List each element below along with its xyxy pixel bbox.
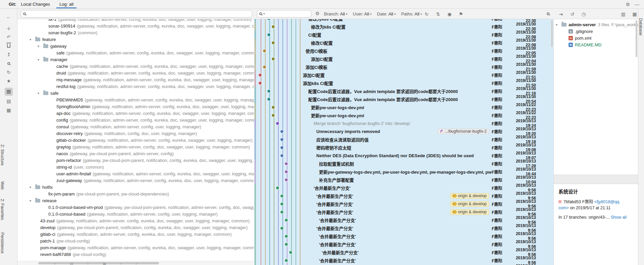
branch-group-row[interactable]: ▾hotfix (17, 184, 254, 190)
commit-row[interactable]: Neither DES (Data Encryption Standard) n… (255, 151, 553, 160)
filter-user[interactable]: User:All▾ (353, 11, 372, 16)
tool-button-persistence[interactable]: Persistence (0, 232, 17, 254)
chevron-down-icon[interactable]: ▾ (30, 185, 34, 189)
commit-row[interactable]: CI配置F惠阳2019/11/30 22:08 (255, 31, 553, 39)
commit-row[interactable]: '合并最新生产分支'origin & developF惠阳2019/10/13 … (255, 208, 553, 216)
details-splitter[interactable] (554, 175, 638, 184)
commit-up-icon[interactable]: ↥ (5, 50, 13, 58)
chevron-down-icon[interactable]: ▾ (30, 38, 34, 41)
find-commit-icon[interactable] (547, 12, 549, 15)
commit-row[interactable]: 添加CI配置F惠阳2019/11/30 21:51 (255, 71, 553, 79)
tool-button-database[interactable]: Database (638, 18, 644, 35)
branch-row[interactable]: 0.1.0-consul-based(gateway, notification… (17, 211, 254, 217)
commit-row[interactable]: 更新pw-gateway-logs-dev.yml, pw-user-logs-… (255, 168, 553, 176)
commit-row[interactable]: '合并最新生产分支'origin & developF惠阳2019/10/13 … (255, 200, 553, 208)
rollback-icon[interactable]: ↶ (5, 33, 13, 41)
branch-ref-label[interactable]: ↱.../bugfix/sonar-bugfix-2 (438, 129, 489, 134)
commit-email-link-2[interactable]: com> (558, 206, 569, 210)
branch-row[interactable]: string-id(user, common) (17, 164, 254, 170)
commit-row[interactable]: 配置Code后置过滤器，Vue admin template 要求返回的code… (255, 87, 553, 95)
commit-row[interactable]: '合并最新生产分支'F惠阳2019/10/13 9:56 (255, 240, 553, 248)
branches-search-input[interactable] (27, 11, 250, 17)
settings-gear-icon[interactable]: ⚙ (626, 2, 630, 7)
branch-row[interactable]: patch-1(pw-cloud-config) (17, 237, 254, 244)
changed-file-row[interactable]: mpom.xml (554, 35, 638, 41)
shelf-grid-icon[interactable]: ▦ (5, 106, 13, 114)
commit-row[interactable]: 添加CI模板F惠阳2019/11/30 21:59 (255, 63, 553, 71)
chevron-down-icon[interactable]: ▾ (38, 58, 42, 61)
intellisort-icon[interactable]: ⇅ (435, 11, 441, 17)
branch-row[interactable]: nacos(gateway, pw-cloud-pom-parent, admi… (17, 150, 254, 157)
tool-button--favorites[interactable]: 2: Favorites (0, 199, 17, 220)
branch-row[interactable]: druid(gateway, notification, admin-serve… (17, 70, 254, 76)
layout-grid-icon[interactable]: ▦ (631, 11, 638, 17)
commit-row[interactable]: 修改为k8s CI配置F惠阳2019/11/30 22:30 (255, 23, 553, 31)
back-icon[interactable]: ← (5, 13, 13, 21)
commit-row[interactable]: 使用CI模板F惠阳2019/11/30 22:05 (255, 47, 553, 55)
log-settings-gear-icon[interactable]: ⚙ (315, 11, 320, 16)
branch-row[interactable]: pom-refactor(gateway, pw-cloud-pom-paren… (17, 157, 254, 164)
branch-row[interactable]: revert-baf67d88(pw-cloud-config) (17, 251, 254, 258)
commit-row[interactable]: Unnecessary imports removed↱.../bugfix/s… (255, 127, 553, 135)
branch-row[interactable]: mq-message(gateway, notification, admin-… (17, 76, 254, 83)
show-details-eye-icon[interactable]: ◉ (446, 11, 453, 17)
commit-row[interactable]: 更新pw-user-logs-dev.ymlF惠阳2019/11/22 22:2… (255, 111, 553, 119)
find-icon[interactable] (5, 59, 13, 68)
log-search-field[interactable]: ▾ (257, 10, 311, 17)
commit-row[interactable]: '合并最新生产分支'F惠阳2019/10/13 9:56 (255, 216, 553, 224)
branch-row[interactable]: consul(gateway, notification, admin-serv… (17, 123, 254, 130)
hide-window-icon[interactable]: — (635, 2, 639, 7)
details-list-icon[interactable]: ▤ (5, 97, 13, 105)
layout-rows-icon[interactable]: ▥ (620, 11, 627, 17)
branch-row[interactable]: 0.1.0-consol-based-vm-prod(gateway, pw-c… (17, 204, 254, 211)
branches-search-field[interactable] (21, 10, 252, 17)
branch-row[interactable]: user-admin-findall(gateway, notification… (17, 170, 254, 177)
commit-row[interactable]: '合并最新生产分支'F惠阳2019/10/13 9:56 (255, 232, 553, 240)
branch-group-row[interactable]: ▾feature (17, 36, 254, 43)
changed-file-row[interactable]: MREADME.MD (554, 41, 638, 48)
branch-row[interactable]: gitlab-ci(gateway, notification, admin-s… (17, 231, 254, 237)
log-scrollbar-thumb[interactable] (551, 20, 553, 47)
branch-row[interactable]: sonar-190914(gateway, notification, admi… (17, 23, 254, 29)
commit-row[interactable]: '合并最新生产分支'origin & developF惠阳2019/10/13 … (255, 192, 553, 200)
delete-icon[interactable] (5, 42, 13, 50)
commit-row[interactable]: '合并最新生产分支'F惠阳2019/10/13 9:56 (255, 256, 553, 264)
chevron-down-icon[interactable]: ▾ (556, 23, 560, 27)
branch-row[interactable]: cache(gateway, notification, admin-serve… (17, 63, 254, 70)
branch-ref-label[interactable]: origin & develop (450, 209, 489, 215)
branch-row[interactable]: pom-manage(gateway, notification, admin-… (17, 244, 254, 251)
branch-ref-label[interactable]: origin & develop (450, 193, 489, 199)
refresh-icon[interactable]: ↻ (423, 11, 430, 17)
branch-row[interactable]: 43-zuul(gateway, notification, admin-ser… (17, 217, 254, 224)
tab-local-changes[interactable]: Local Changes (16, 0, 55, 8)
filter-date[interactable]: Date:All▾ (377, 11, 396, 16)
refresh-icon[interactable]: ↻ (5, 68, 13, 76)
commit-row[interactable]: '合并最新生产分支'F惠阳2019/10/13 9:56 (255, 184, 553, 192)
commit-row[interactable]: 密码密钥不应太短F惠阳2019/10/13 19:08 (255, 143, 553, 151)
branch-row[interactable]: safe(gateway, notification, admin-server… (17, 49, 254, 56)
log-search-input[interactable] (266, 11, 309, 17)
commit-row[interactable]: 应该检查从流读取返回的值F惠阳2019/10/13 19:18 (255, 135, 553, 143)
chevron-down-icon[interactable]: ▾ (38, 44, 42, 48)
commit-hash[interactable]: 7bfabd53 (564, 200, 581, 204)
star-icon[interactable]: ★ (5, 77, 13, 85)
branch-row[interactable]: PBEWithMD5(gateway, notification, admin-… (17, 96, 254, 103)
branch-row[interactable]: gitlab-ci-docker(gateway, notification, … (17, 137, 254, 143)
branch-group-row[interactable]: ▾manager (17, 56, 254, 63)
changed-file-row[interactable]: g.gitignore (554, 28, 638, 35)
repo-root-row[interactable]: ▾ admin-server 3 files F:\java_worksp... (554, 21, 638, 28)
graph-options-icon[interactable]: ⚑ (458, 11, 464, 17)
commit-row[interactable]: 拉取配置重试机制F惠阳2019/10/13 17:28 (255, 160, 553, 168)
branch-row[interactable]: SpringBootAdmin(gateway, notification, a… (17, 103, 254, 110)
branch-row[interactable]: sk-1(gateway, notification, admin-server… (17, 19, 254, 23)
branch-row[interactable]: sonar-bugfix-2(common) (17, 29, 254, 36)
jump-to-source-icon[interactable]: ⇥ (557, 11, 564, 17)
commit-row[interactable]: 更新pw-user-logs-dev.ymlF惠阳2019/11/22 22:2… (255, 103, 553, 111)
commit-row[interactable]: 修改CI配置F惠阳2019/11/30 22:08 (255, 39, 553, 47)
add-icon[interactable]: ＋ (5, 24, 13, 32)
branch-row[interactable]: develop(gateway, pw-cloud-pom-parent, no… (17, 224, 254, 231)
filter-paths[interactable]: Paths:All▾ (401, 11, 422, 16)
history-clock-icon[interactable]: ◷ (580, 11, 587, 17)
branch-ref-label[interactable]: origin & develop (450, 201, 489, 207)
commit-row[interactable]: '合并最新生产分支'F惠阳2019/10/13 9:56 (255, 248, 553, 256)
